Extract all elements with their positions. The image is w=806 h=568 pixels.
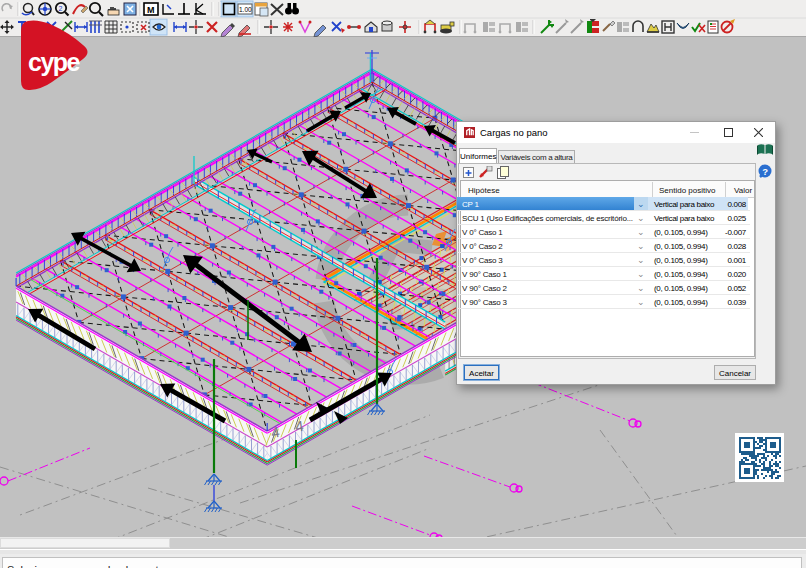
svg-text:1.00: 1.00: [239, 6, 252, 13]
svg-text:cype: cype: [28, 48, 81, 76]
svg-text:2: 2: [59, 5, 63, 12]
svg-text:M: M: [147, 5, 155, 15]
svg-text:?: ?: [762, 166, 768, 177]
